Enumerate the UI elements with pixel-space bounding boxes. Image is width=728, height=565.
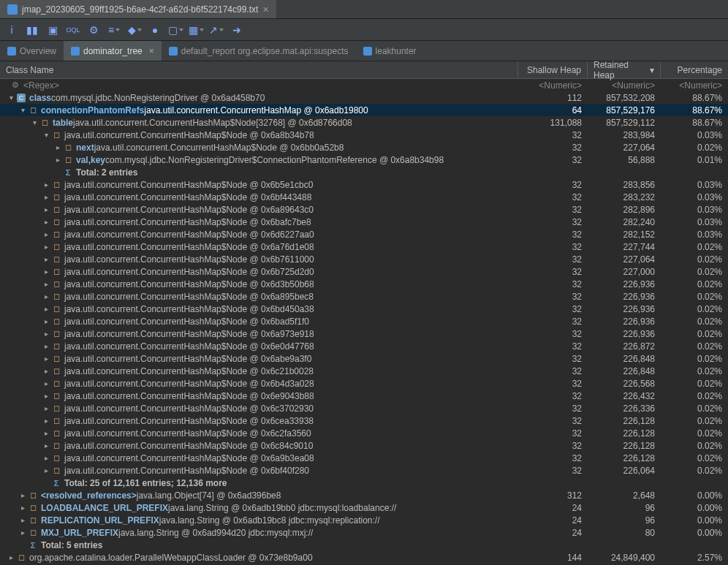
sub-tab-default_report[interactable]: default_report org.eclipse.mat.api:suspe… (162, 41, 356, 61)
expand-arrow-icon[interactable] (41, 217, 51, 227)
expand-arrow-icon[interactable] (6, 553, 16, 563)
tree-row[interactable]: table java.util.concurrent.ConcurrentHas… (0, 116, 728, 129)
tree-row[interactable]: java.util.concurrent.ConcurrentHashMap$N… (0, 390, 728, 402)
tree-row[interactable]: val,key com.mysql.jdbc.NonRegisteringDri… (0, 153, 728, 166)
numeric-placeholder-rh[interactable]: <Numeric> (588, 80, 661, 91)
tree-row[interactable]: java.util.concurrent.ConcurrentHashMap$N… (0, 352, 728, 365)
close-icon[interactable]: × (262, 4, 268, 15)
list-icon[interactable]: ≡ (108, 24, 120, 36)
expand-arrow-icon[interactable] (18, 105, 28, 115)
sub-tab-Overview[interactable]: Overview (0, 41, 64, 61)
expand-arrow-icon[interactable] (41, 391, 51, 401)
tree-row[interactable]: java.util.concurrent.ConcurrentHashMap$N… (0, 228, 728, 240)
expand-arrow-icon[interactable] (41, 316, 51, 327)
sql-icon[interactable]: OQL (67, 24, 79, 36)
expand-arrow-icon[interactable] (41, 341, 51, 352)
tree-row[interactable]: Total: 5 entries (0, 539, 728, 551)
tree-row[interactable]: java.util.concurrent.ConcurrentHashMap$N… (0, 464, 728, 477)
tree-row[interactable]: java.util.concurrent.ConcurrentHashMap$N… (0, 240, 728, 253)
grid-icon[interactable]: ▦ (190, 24, 202, 36)
tree-row[interactable]: java.util.concurrent.ConcurrentHashMap$N… (0, 340, 728, 352)
expand-arrow-icon[interactable] (53, 155, 63, 165)
close-icon[interactable]: × (149, 46, 154, 56)
expand-arrow-icon[interactable] (18, 490, 28, 501)
sub-tab-dominator_tree[interactable]: dominator_tree× (64, 41, 162, 61)
column-header-retained[interactable]: Retained Heap▾ (588, 61, 661, 78)
expand-arrow-icon[interactable] (41, 453, 51, 463)
expand-arrow-icon[interactable] (41, 416, 51, 426)
column-header-shallow[interactable]: Shallow Heap (518, 61, 588, 78)
tree-row[interactable]: connectionPhantomRefs java.util.concurre… (0, 104, 728, 116)
expand-arrow-icon[interactable] (41, 267, 51, 277)
expand-arrow-icon[interactable] (41, 428, 51, 439)
tree-row[interactable]: MXJ_URL_PREFIX java.lang.String @ 0x6ad9… (0, 526, 728, 539)
expand-arrow-icon[interactable] (41, 230, 51, 240)
tree-row[interactable]: next java.util.concurrent.ConcurrentHash… (0, 141, 728, 153)
tree-row[interactable]: java.util.concurrent.ConcurrentHashMap$N… (0, 191, 728, 203)
info-icon[interactable]: i (6, 24, 18, 36)
column-header-percentage[interactable]: Percentage (661, 61, 728, 78)
tree-row[interactable]: java.util.concurrent.ConcurrentHashMap$N… (0, 414, 728, 427)
tree-row[interactable]: java.util.concurrent.ConcurrentHashMap$N… (0, 402, 728, 414)
tree-row[interactable]: java.util.concurrent.ConcurrentHashMap$N… (0, 278, 728, 290)
expand-arrow-icon[interactable] (41, 279, 51, 289)
tree-row[interactable]: org.apache.catalina.loader.ParallelWebap… (0, 551, 728, 564)
expand-arrow-icon[interactable] (18, 528, 28, 538)
dot-icon[interactable]: ● (149, 24, 161, 36)
tree-row[interactable]: java.util.concurrent.ConcurrentHashMap$N… (0, 303, 728, 315)
tree-row[interactable]: java.util.concurrent.ConcurrentHashMap$N… (0, 265, 728, 278)
filter-row[interactable]: <Regex> <Numeric> <Numeric> <Numeric> (0, 79, 728, 91)
tree-row[interactable]: java.util.concurrent.ConcurrentHashMap$N… (0, 290, 728, 303)
tree-icon[interactable]: ▣ (47, 24, 58, 36)
tree-row[interactable]: java.util.concurrent.ConcurrentHashMap$N… (0, 315, 728, 327)
tree-row[interactable]: java.util.concurrent.ConcurrentHashMap$N… (0, 439, 728, 452)
tree-row[interactable]: java.util.concurrent.ConcurrentHashMap$N… (0, 178, 728, 191)
tree-row[interactable]: <resolved_references> java.lang.Object[7… (0, 489, 728, 501)
expand-arrow-icon[interactable] (41, 130, 51, 140)
tree-row[interactable]: java.util.concurrent.ConcurrentHashMap$N… (0, 452, 728, 464)
expand-arrow-icon[interactable] (41, 329, 51, 339)
export-icon[interactable]: ↗ (211, 24, 222, 36)
expand-arrow-icon[interactable] (53, 143, 63, 153)
numeric-placeholder-pct[interactable]: <Numeric> (661, 80, 728, 91)
expand-arrow-icon[interactable] (41, 441, 51, 451)
rocket-icon[interactable]: ◆ (129, 24, 140, 36)
file-tab[interactable]: jmap_20230605_99ff1925-b6ae-4c2f-a62d-b6… (0, 0, 276, 18)
tree-row[interactable]: java.util.concurrent.ConcurrentHashMap$N… (0, 427, 728, 439)
expand-arrow-icon[interactable] (18, 515, 28, 526)
tree-row[interactable]: java.util.concurrent.ConcurrentHashMap$N… (0, 365, 728, 377)
tree-row[interactable]: class com.mysql.jdbc.NonRegisteringDrive… (0, 91, 728, 104)
column-header-name[interactable]: Class Name (0, 61, 518, 78)
tree-row[interactable]: REPLICATION_URL_PREFIX java.lang.String … (0, 514, 728, 526)
expand-arrow-icon[interactable] (41, 292, 51, 302)
expand-arrow-icon[interactable] (41, 466, 51, 476)
histogram-icon[interactable]: ▮▮ (26, 24, 38, 36)
expand-arrow-icon[interactable] (41, 205, 51, 215)
tree-row[interactable]: Total: 2 entries (0, 166, 728, 178)
arrow-icon[interactable]: ➜ (231, 24, 243, 36)
expand-arrow-icon[interactable] (41, 192, 51, 202)
expand-arrow-icon[interactable] (41, 180, 51, 190)
expand-arrow-icon[interactable] (41, 379, 51, 389)
expand-arrow-icon[interactable] (41, 304, 51, 314)
numeric-placeholder-sh[interactable]: <Numeric> (518, 80, 588, 91)
expand-arrow-icon[interactable] (41, 242, 51, 252)
tree-row[interactable]: LOADBALANCE_URL_PREFIX java.lang.String … (0, 501, 728, 514)
tree-row[interactable]: java.util.concurrent.ConcurrentHashMap$N… (0, 377, 728, 390)
expand-arrow-icon[interactable] (18, 503, 28, 513)
tree-row[interactable]: java.util.concurrent.ConcurrentHashMap$N… (0, 327, 728, 340)
box-icon[interactable]: ▢ (170, 24, 181, 36)
gear-icon[interactable]: ⚙ (88, 24, 99, 36)
tree-row[interactable]: java.util.concurrent.ConcurrentHashMap$N… (0, 216, 728, 228)
expand-arrow-icon[interactable] (29, 118, 39, 128)
expand-arrow-icon[interactable] (6, 93, 16, 103)
expand-arrow-icon[interactable] (41, 403, 51, 414)
sub-tab-leakhunter[interactable]: leakhunter (356, 41, 424, 61)
expand-arrow-icon[interactable] (41, 354, 51, 364)
regex-placeholder[interactable]: <Regex> (23, 80, 59, 91)
tree-row[interactable]: java.util.concurrent.ConcurrentHashMap$N… (0, 129, 728, 141)
expand-arrow-icon[interactable] (41, 254, 51, 265)
expand-arrow-icon[interactable] (41, 366, 51, 376)
tree-row[interactable]: Total: 25 of 12,161 entries; 12,136 more (0, 477, 728, 489)
tree-row[interactable]: java.util.concurrent.ConcurrentHashMap$N… (0, 203, 728, 216)
